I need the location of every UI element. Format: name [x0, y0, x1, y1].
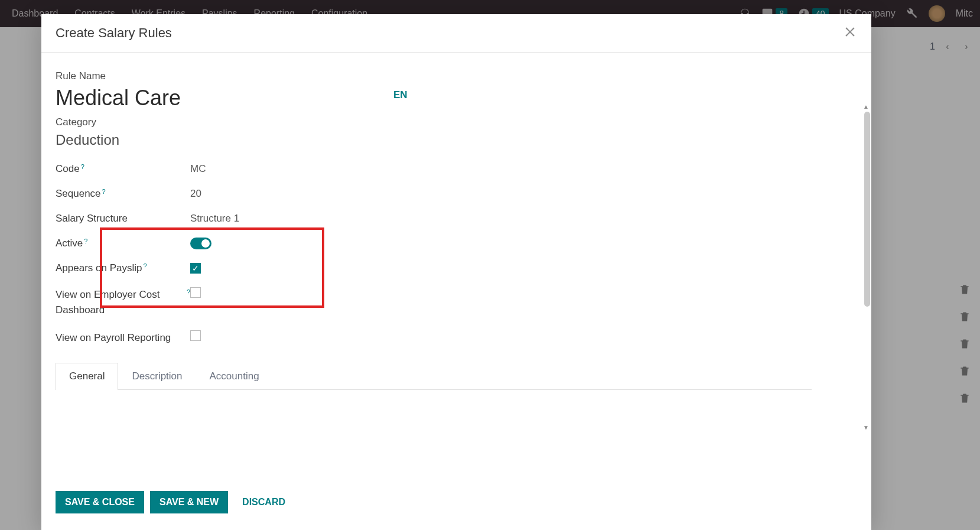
- employer-cost-checkbox[interactable]: [190, 287, 201, 298]
- scrollbar-thumb[interactable]: [864, 112, 870, 307]
- payroll-reporting-checkbox[interactable]: [190, 330, 201, 341]
- help-icon[interactable]: ?: [143, 262, 146, 269]
- structure-label: Salary Structure: [56, 213, 128, 225]
- close-button[interactable]: [843, 25, 857, 41]
- payroll-reporting-label: View on Payroll Reporting: [56, 330, 171, 346]
- active-toggle[interactable]: [190, 238, 211, 249]
- modal-footer: SAVE & CLOSE SAVE & NEW DISCARD: [41, 480, 871, 530]
- category-label: Category: [56, 116, 96, 128]
- payslip-label: Appears on Payslip: [56, 262, 142, 274]
- structure-value[interactable]: Structure 1: [190, 213, 239, 225]
- payslip-row: Appears on Payslip?: [56, 256, 812, 281]
- payslip-checkbox[interactable]: [190, 263, 201, 274]
- category-group: Category Deduction: [56, 116, 812, 148]
- help-icon[interactable]: ?: [102, 188, 106, 195]
- code-row: Code? MC: [56, 157, 812, 181]
- close-icon: [843, 25, 857, 39]
- sequence-row: Sequence? 20: [56, 181, 812, 206]
- scroll-up-icon[interactable]: ▲: [863, 103, 870, 110]
- active-row: Active?: [56, 231, 812, 256]
- code-label: Code: [56, 163, 80, 175]
- rule-name-label: Rule Name: [56, 70, 106, 82]
- tab-accounting[interactable]: Accounting: [196, 363, 273, 389]
- discard-button[interactable]: DISCARD: [234, 491, 294, 513]
- payroll-reporting-row: View on Payroll Reporting: [56, 324, 812, 352]
- structure-row: Salary Structure Structure 1: [56, 206, 812, 231]
- tabs: General Description Accounting: [56, 363, 812, 390]
- rule-name-value[interactable]: Medical Care: [56, 86, 812, 110]
- sequence-value[interactable]: 20: [190, 188, 201, 200]
- sequence-label: Sequence: [56, 188, 101, 200]
- modal-title: Create Salary Rules: [56, 25, 172, 41]
- tab-general[interactable]: General: [56, 363, 118, 390]
- tab-description[interactable]: Description: [118, 363, 196, 389]
- create-salary-rules-modal: Create Salary Rules ▲ ▼ Rule Name Medica…: [41, 14, 871, 530]
- language-badge[interactable]: EN: [393, 89, 408, 101]
- save-close-button[interactable]: SAVE & CLOSE: [56, 491, 144, 513]
- category-value[interactable]: Deduction: [56, 132, 812, 148]
- scroll-down-icon[interactable]: ▼: [863, 424, 870, 431]
- modal-header: Create Salary Rules: [41, 14, 871, 53]
- code-value[interactable]: MC: [190, 163, 206, 175]
- save-new-button[interactable]: SAVE & NEW: [150, 491, 228, 513]
- employer-cost-label: View on Employer Cost Dashboard: [56, 287, 185, 317]
- modal-body: ▲ ▼ Rule Name Medical Care EN Category D…: [41, 53, 871, 480]
- employer-cost-row: View on Employer Cost Dashboard?: [56, 281, 812, 324]
- active-label: Active: [56, 238, 83, 249]
- help-icon[interactable]: ?: [81, 163, 84, 170]
- help-icon[interactable]: ?: [84, 238, 87, 245]
- rule-name-group: Rule Name Medical Care: [56, 70, 812, 110]
